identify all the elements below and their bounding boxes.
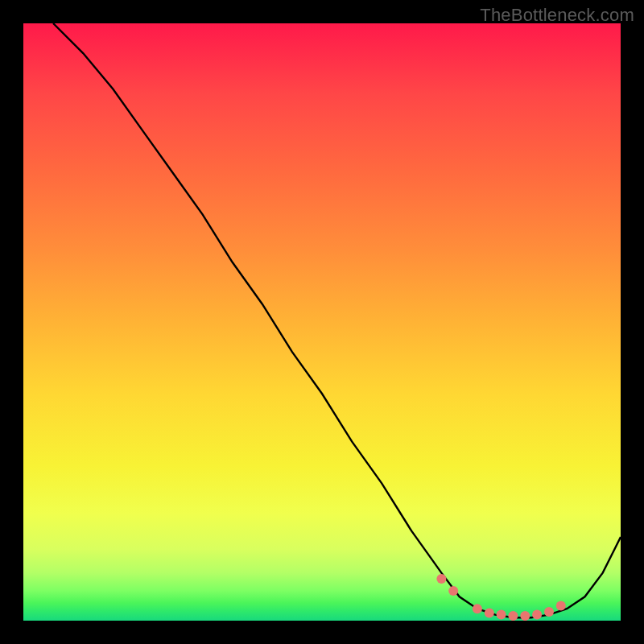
highlight-dot — [508, 611, 518, 621]
curve-layer — [23, 23, 621, 621]
highlight-dot — [485, 608, 494, 617]
highlight-dot — [497, 610, 506, 620]
highlight-dot — [473, 604, 482, 613]
highlight-dot — [520, 611, 530, 621]
watermark-text: TheBottleneck.com — [480, 5, 634, 26]
highlight-dots — [436, 574, 565, 621]
plot-area — [23, 23, 621, 621]
highlight-dot — [532, 610, 542, 620]
highlight-dot — [556, 601, 566, 611]
highlight-dot — [448, 586, 458, 596]
bottleneck-curve — [53, 23, 621, 617]
highlight-dot — [544, 607, 554, 617]
highlight-dot — [436, 574, 446, 584]
chart-frame: TheBottleneck.com — [0, 0, 644, 644]
